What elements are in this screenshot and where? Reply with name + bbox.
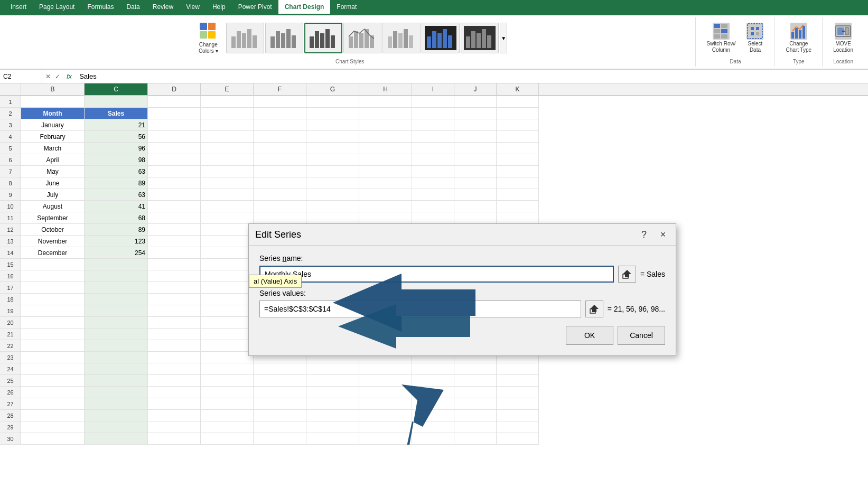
cell-h6[interactable] [359,154,412,166]
cell-c24[interactable] [85,363,148,375]
cell-b26[interactable] [21,387,85,398]
tab-data[interactable]: Data [120,0,146,15]
cell-d18[interactable] [148,294,201,305]
row-num-30[interactable]: 30 [0,433,21,445]
cell-g4[interactable] [306,131,359,143]
cancel-formula-button[interactable]: ✕ [44,72,52,81]
chart-style-4[interactable] [343,23,381,53]
cell-g10[interactable] [306,201,359,212]
row-num-29[interactable]: 29 [0,421,21,433]
cell-k10[interactable] [497,201,539,212]
cell-f10[interactable] [254,201,306,212]
cell-c1[interactable] [85,96,148,108]
cell-d24[interactable] [148,363,201,375]
cell-e3[interactable] [201,119,254,131]
cell-j26[interactable] [454,387,497,398]
cell-g28[interactable] [306,410,359,421]
row-num-14[interactable]: 14 [0,247,21,259]
cell-e7[interactable] [201,166,254,177]
cell-h8[interactable] [359,177,412,189]
cell-g30[interactable] [306,433,359,445]
formula-input[interactable] [77,72,868,80]
row-num-12[interactable]: 12 [0,224,21,236]
cell-b20[interactable] [21,317,85,329]
col-header-f[interactable]: F [254,83,306,95]
tab-view[interactable]: View [180,0,206,15]
row-num-4[interactable]: 4 [0,131,21,143]
cell-b14[interactable]: December [21,247,85,259]
cell-h7[interactable] [359,166,412,177]
cell-f3[interactable] [254,119,306,131]
cancel-button[interactable]: Cancel [618,326,665,345]
row-num-26[interactable]: 26 [0,387,21,398]
cell-h26[interactable] [359,387,412,398]
cell-e24[interactable] [201,363,254,375]
cell-i2[interactable] [412,108,454,119]
cell-c14[interactable]: 254 [85,247,148,259]
cell-f30[interactable] [254,433,306,445]
cell-e18[interactable] [201,294,254,305]
cell-d15[interactable] [148,259,201,270]
cell-k4[interactable] [497,131,539,143]
cell-d2[interactable] [148,108,201,119]
row-num-19[interactable]: 19 [0,305,21,317]
row-num-2[interactable]: 2 [0,108,21,119]
row-num-20[interactable]: 20 [0,317,21,329]
cell-h11[interactable] [359,212,412,224]
cell-e20[interactable] [201,317,254,329]
cell-j1[interactable] [454,96,497,108]
row-num-9[interactable]: 9 [0,189,21,201]
cell-e19[interactable] [201,305,254,317]
select-data-button[interactable]: SelectData [742,21,768,55]
cell-c21[interactable] [85,329,148,340]
cell-c23[interactable] [85,352,148,363]
cell-b10[interactable]: August [21,201,85,212]
cell-k5[interactable] [497,143,539,154]
cell-c4[interactable]: 56 [85,131,148,143]
cell-g25[interactable] [306,375,359,387]
tab-help[interactable]: Help [206,0,232,15]
cell-g29[interactable] [306,421,359,433]
cell-f7[interactable] [254,166,306,177]
cell-e13[interactable] [201,236,254,247]
row-num-7[interactable]: 7 [0,166,21,177]
cell-j2[interactable] [454,108,497,119]
chart-style-7[interactable] [461,23,499,53]
cell-e26[interactable] [201,387,254,398]
row-num-25[interactable]: 25 [0,375,21,387]
col-header-b[interactable]: B [21,83,85,95]
cell-k11[interactable] [497,212,539,224]
cell-b11[interactable]: September [21,212,85,224]
cell-j9[interactable] [454,189,497,201]
cell-e22[interactable] [201,340,254,352]
tab-page-layout[interactable]: Page Layout [33,0,81,15]
cell-c30[interactable] [85,433,148,445]
row-num-16[interactable]: 16 [0,270,21,282]
row-num-13[interactable]: 13 [0,236,21,247]
col-header-j[interactable]: J [454,83,497,95]
cell-d10[interactable] [148,201,201,212]
cell-j4[interactable] [454,131,497,143]
cell-b4[interactable]: February [21,131,85,143]
tab-insert[interactable]: Insert [4,0,33,15]
cell-k1[interactable] [497,96,539,108]
name-box[interactable]: C2 [0,70,42,83]
cell-b6[interactable]: April [21,154,85,166]
cell-e14[interactable] [201,247,254,259]
cell-c9[interactable]: 63 [85,189,148,201]
cell-k7[interactable] [497,166,539,177]
cell-e30[interactable] [201,433,254,445]
cell-i4[interactable] [412,131,454,143]
cell-c19[interactable] [85,305,148,317]
cell-i27[interactable] [412,398,454,410]
cell-g26[interactable] [306,387,359,398]
cell-k27[interactable] [497,398,539,410]
cell-f11[interactable] [254,212,306,224]
cell-e23[interactable] [201,352,254,363]
cell-c12[interactable]: 89 [85,224,148,236]
chart-style-1[interactable] [226,23,264,53]
cell-h1[interactable] [359,96,412,108]
dialog-close-button[interactable]: × [657,228,669,241]
cell-b3[interactable]: January [21,119,85,131]
cell-k29[interactable] [497,421,539,433]
